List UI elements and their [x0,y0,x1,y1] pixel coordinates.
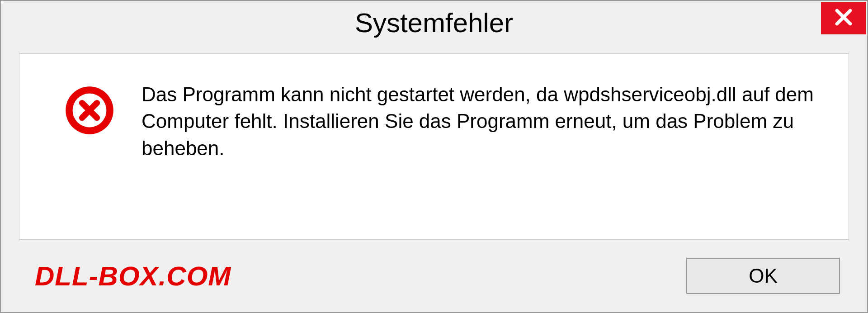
dialog-footer: DLL-BOX.COM OK [1,240,867,312]
dialog-title: Systemfehler [1,7,867,38]
error-dialog: Systemfehler Das Programm kann nicht ges… [0,0,868,313]
ok-button[interactable]: OK [686,258,840,294]
close-button[interactable] [821,2,866,34]
error-icon [65,81,114,135]
dialog-message: Das Programm kann nicht gestartet werden… [142,81,817,161]
watermark-text: DLL-BOX.COM [35,261,231,292]
dialog-titlebar: Systemfehler [1,1,867,44]
dialog-content: Das Programm kann nicht gestartet werden… [19,53,849,240]
close-icon [834,7,854,29]
